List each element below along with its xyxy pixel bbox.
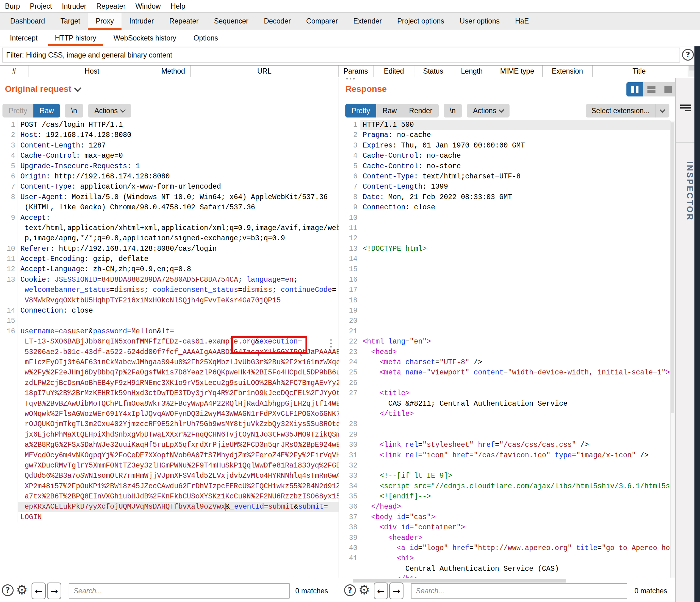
gear-icon[interactable]: ⚙: [16, 584, 28, 596]
column-header-params[interactable]: Params: [338, 66, 373, 77]
tab-user-options[interactable]: User options: [452, 13, 507, 30]
raw-tab-button[interactable]: Raw: [376, 104, 403, 118]
tab-extender[interactable]: Extender: [346, 13, 390, 30]
line-number: 31: [342, 451, 360, 461]
line-number: 23: [342, 347, 360, 357]
column-header-mime-type[interactable]: MIME type: [492, 66, 542, 77]
column-separator[interactable]: [542, 66, 543, 77]
code-row: 16: [342, 275, 670, 285]
tab-decoder[interactable]: Decoder: [256, 13, 298, 30]
menu-item-repeater[interactable]: Repeater: [91, 2, 130, 10]
search-input[interactable]: [69, 583, 290, 599]
tab-project-options[interactable]: Project options: [390, 13, 452, 30]
actions-tab-button[interactable]: Actions: [88, 104, 131, 118]
column-header-edited[interactable]: Edited: [373, 66, 415, 77]
code-row: 17: [342, 285, 670, 295]
tab-websockets-history[interactable]: WebSockets history: [105, 30, 185, 46]
tab-http-history[interactable]: HTTP history: [46, 30, 105, 46]
column-header-extension[interactable]: Extension: [542, 66, 593, 77]
inspector-toggle[interactable]: [676, 78, 695, 143]
column-header-method[interactable]: Method: [156, 66, 191, 77]
menu-item-intruder[interactable]: Intruder: [57, 2, 91, 10]
line-number: 8: [342, 192, 360, 202]
line-number: 39: [342, 533, 360, 543]
previous-match-button[interactable]: ←: [374, 582, 388, 599]
response-vertical-scrollbar-thumb[interactable]: [671, 122, 674, 413]
code-row: 12: [342, 233, 670, 244]
help-icon[interactable]: ?: [344, 584, 356, 596]
code-row: LOGIN: [0, 512, 339, 523]
column-separator[interactable]: [373, 66, 374, 77]
code-row: 21: [342, 327, 670, 337]
pretty-tab-button[interactable]: Pretty: [2, 104, 33, 118]
tab-dashboard[interactable]: Dashboard: [2, 13, 53, 30]
tab-intercept[interactable]: Intercept: [1, 30, 46, 46]
raw-tab-button[interactable]: Raw: [33, 104, 60, 118]
tab-target[interactable]: Target: [53, 13, 88, 30]
help-icon[interactable]: ?: [2, 584, 14, 596]
rows-layout-button[interactable]: [643, 82, 660, 97]
line-number: 4: [342, 151, 360, 161]
actions-tab-button[interactable]: Actions: [467, 104, 509, 118]
inspector-label: INSPECTOR: [676, 161, 695, 221]
chevron-down-icon: [655, 104, 669, 118]
tab-comparer[interactable]: Comparer: [298, 13, 345, 30]
code-row: 10: [342, 213, 670, 223]
line-number: 20: [342, 316, 360, 326]
column-separator[interactable]: [452, 66, 452, 77]
help-icon[interactable]: ?: [682, 49, 694, 60]
tab-options[interactable]: Options: [185, 30, 227, 46]
next-match-button[interactable]: →: [47, 582, 61, 599]
response-editor[interactable]: 1HTTP/1.1 5002Pragma: no-cache3Expires: …: [342, 120, 670, 578]
tab-hae[interactable]: HaE: [507, 13, 537, 30]
previous-match-button[interactable]: ←: [31, 582, 46, 599]
column-header-title[interactable]: Title: [593, 66, 686, 77]
n-tab-button[interactable]: \n: [65, 104, 83, 118]
tab-repeater[interactable]: Repeater: [162, 13, 206, 30]
column-separator[interactable]: [156, 66, 156, 77]
column-separator[interactable]: [28, 66, 28, 77]
menu-item-window[interactable]: Window: [130, 2, 166, 10]
tab-sequencer[interactable]: Sequencer: [206, 13, 256, 30]
inspector-rail[interactable]: INSPECTOR: [675, 78, 695, 602]
n-tab-button[interactable]: \n: [444, 104, 462, 118]
single-layout-button[interactable]: [660, 82, 676, 97]
column-separator[interactable]: [415, 66, 415, 77]
request-panel-title[interactable]: Original request: [5, 84, 80, 94]
column-separator[interactable]: [191, 66, 191, 77]
filter-bar[interactable]: Filter: Hiding CSS, image and general bi…: [2, 48, 680, 62]
history-table-header[interactable]: #HostMethodURLParamsEditedStatusLengthMI…: [0, 65, 700, 77]
column-header-status[interactable]: Status: [415, 66, 452, 77]
column-separator[interactable]: [338, 66, 339, 77]
columns-layout-button[interactable]: [626, 82, 643, 97]
line-number: 5: [0, 161, 18, 172]
background-window-strip: [695, 46, 700, 602]
column-header-length[interactable]: Length: [452, 66, 492, 77]
column-header-[interactable]: #: [0, 66, 28, 77]
column-header-host[interactable]: Host: [28, 66, 156, 77]
tab-intruder[interactable]: Intruder: [122, 13, 161, 30]
code-row: text/html,application/xhtml+xml,applicat…: [0, 223, 339, 233]
code-row: 2Pragma: no-cache: [342, 130, 670, 141]
column-separator[interactable]: [492, 66, 492, 77]
next-match-button[interactable]: →: [389, 582, 403, 599]
column-header-url[interactable]: URL: [191, 66, 338, 77]
line-number: 36: [342, 502, 360, 512]
select-extension-dropdown[interactable]: Select extension...: [586, 104, 669, 118]
line-number: 6: [0, 172, 18, 182]
render-tab-button[interactable]: Render: [403, 104, 439, 118]
pretty-tab-button[interactable]: Pretty: [345, 104, 376, 118]
menu-item-burp[interactable]: Burp: [0, 2, 25, 10]
code-row: </title>: [342, 409, 670, 419]
code-row: 8Date: Mon, 21 Feb 2022 08:33:03 GMT: [342, 192, 670, 202]
line-number: 32: [342, 461, 360, 471]
line-number: 14: [0, 306, 18, 316]
menu-item-project[interactable]: Project: [25, 2, 57, 10]
gear-icon[interactable]: ⚙: [358, 584, 370, 596]
horizontal-splitter-handle[interactable]: [346, 78, 355, 79]
menu-item-help[interactable]: Help: [166, 2, 190, 10]
tab-proxy[interactable]: Proxy: [88, 13, 122, 30]
code-row: w%2Fy%2F2eJHmj6DyDbbq7p%2FaOgsfWk1s7D8Ye…: [0, 368, 339, 378]
vertical-splitter-handle[interactable]: [330, 339, 332, 348]
search-input[interactable]: [411, 583, 627, 599]
